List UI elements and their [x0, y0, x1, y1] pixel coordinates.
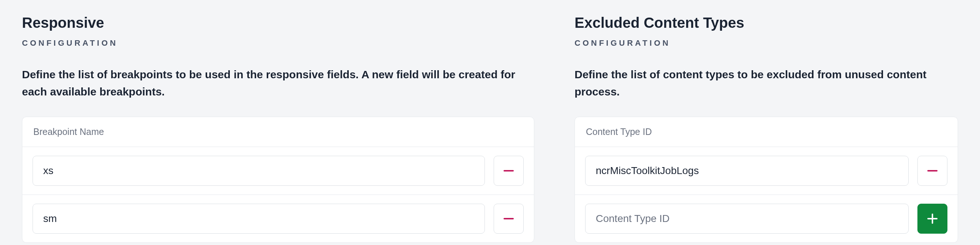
responsive-description: Define the list of breakpoints to be use…	[22, 66, 534, 100]
remove-breakpoint-button[interactable]	[494, 204, 523, 234]
remove-content-type-button[interactable]	[918, 156, 947, 186]
responsive-panel: Responsive CONFIGURATION Define the list…	[22, 14, 534, 243]
breakpoint-input[interactable]	[33, 156, 485, 186]
breakpoints-header: Breakpoint Name	[22, 117, 534, 147]
content-type-new-input[interactable]	[585, 204, 908, 234]
breakpoint-row	[22, 147, 534, 194]
content-types-card: Content Type ID	[574, 117, 958, 243]
breakpoints-card: Breakpoint Name	[22, 117, 534, 243]
minus-icon	[927, 170, 937, 172]
responsive-title: Responsive	[22, 14, 534, 31]
content-type-row	[575, 147, 958, 194]
excluded-title: Excluded Content Types	[574, 14, 958, 31]
add-content-type-button[interactable]	[918, 204, 947, 234]
breakpoint-row	[22, 194, 534, 242]
remove-breakpoint-button[interactable]	[494, 156, 523, 186]
plus-icon	[927, 213, 937, 224]
minus-icon	[504, 218, 514, 220]
content-types-header: Content Type ID	[575, 117, 958, 147]
excluded-subtitle: CONFIGURATION	[574, 38, 958, 48]
minus-icon	[504, 170, 514, 172]
breakpoint-input[interactable]	[33, 204, 485, 234]
excluded-content-types-panel: Excluded Content Types CONFIGURATION Def…	[574, 14, 958, 243]
excluded-description: Define the list of content types to be e…	[574, 66, 958, 100]
responsive-subtitle: CONFIGURATION	[22, 38, 534, 48]
content-type-input[interactable]	[585, 156, 908, 186]
content-type-new-row	[575, 194, 958, 242]
